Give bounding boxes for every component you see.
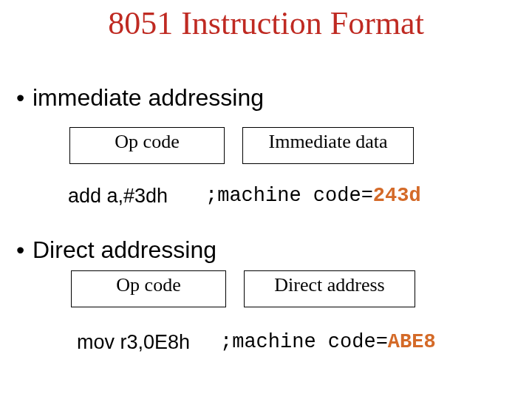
box-opcode-1: Op code xyxy=(69,127,225,164)
bullet-dot: • xyxy=(16,84,33,112)
asm-example-2-text: mov r3,0E8h xyxy=(77,331,190,353)
comment-1-prefix: ;machine code= xyxy=(205,185,373,207)
bullet-immediate: •immediate addressing xyxy=(16,84,264,112)
box-opcode-1-label: Op code xyxy=(115,131,179,152)
box-direct-address-label: Direct address xyxy=(274,274,384,296)
comment-2: ;machine code=ABE8 xyxy=(220,331,436,353)
box-opcode-2: Op code xyxy=(71,270,226,307)
comment-2-prefix: ;machine code= xyxy=(220,331,388,353)
box-immediate-data: Immediate data xyxy=(242,127,414,164)
comment-2-hex: ABE8 xyxy=(388,331,436,353)
comment-1: ;machine code=243d xyxy=(205,185,421,207)
bullet-text: immediate addressing xyxy=(33,84,264,111)
asm-example-2: mov r3,0E8h xyxy=(77,331,190,354)
box-direct-address: Direct address xyxy=(244,270,415,307)
bullet-direct: •Direct addressing xyxy=(16,236,216,264)
asm-example-1-text: add a,#3dh xyxy=(68,185,168,207)
comment-1-hex: 243d xyxy=(373,185,421,207)
bullet-text-2: Direct addressing xyxy=(33,236,216,263)
box-immediate-data-label: Immediate data xyxy=(269,131,388,152)
asm-example-1: add a,#3dh xyxy=(68,185,168,208)
slide-title: 8051 Instruction Format xyxy=(0,4,532,42)
bullet-dot-2: • xyxy=(16,236,33,264)
slide: 8051 Instruction Format •immediate addre… xyxy=(0,0,532,399)
box-opcode-2-label: Op code xyxy=(116,274,180,296)
